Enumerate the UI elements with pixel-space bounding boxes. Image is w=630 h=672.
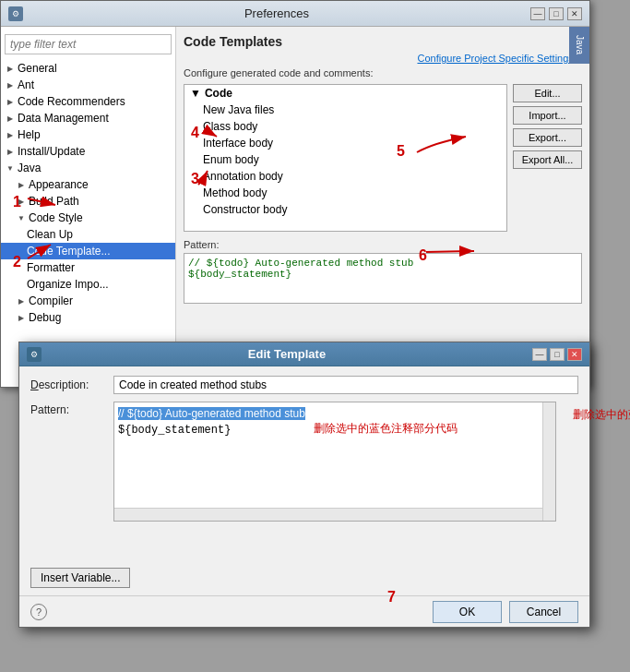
sidebar-item-java[interactable]: ▼ Java (1, 160, 175, 176)
help-button[interactable]: ? (30, 604, 47, 620)
sidebar-item-label: General (18, 62, 172, 75)
sidebar-item-code-recommenders[interactable]: ▶ Code Recommenders (1, 93, 175, 110)
sidebar-item-code-templates[interactable]: Code Template... (1, 243, 175, 259)
edit-dialog-footer: ? OK Cancel (19, 595, 589, 627)
sidebar-item-label: Build Path (29, 195, 172, 208)
expand-arrow: ▶ (16, 312, 27, 323)
expand-arrow: ▶ (16, 295, 27, 306)
sidebar-item-label: Data Management (18, 112, 172, 125)
expand-arrow: ▶ (16, 179, 27, 190)
pattern-row: Pattern: // ${todo} Auto-generated metho… (30, 402, 578, 522)
sidebar-item-help[interactable]: ▶ Help (1, 126, 175, 143)
close-button[interactable]: ✕ (567, 7, 582, 20)
selected-text: // ${todo} Auto-generated method stub (118, 407, 305, 420)
sidebar-item-debug[interactable]: ▶ Debug (1, 309, 175, 326)
preferences-body: ▶ General ▶ Ant ▶ Code Recommenders ▶ Da… (1, 27, 589, 387)
java-tab[interactable]: Java (569, 27, 589, 64)
expand-arrow: ▼ (16, 212, 27, 223)
code-tree[interactable]: ▼ Code New Java files Class body Interfa… (184, 84, 507, 232)
sidebar-item-label: Ant (18, 78, 172, 91)
sidebar-search-input[interactable] (5, 34, 172, 54)
configure-link[interactable]: Configure Project Specific Settings... (184, 53, 582, 64)
preferences-titlebar: ⚙ Preferences — □ ✕ (1, 1, 589, 27)
edit-dialog-icon: ⚙ (27, 347, 42, 362)
cancel-button[interactable]: Cancel (509, 601, 578, 623)
description-label: Description: (30, 378, 113, 391)
pattern-row-label: Pattern: (30, 402, 113, 416)
configure-desc: Configure generated code and comments: (184, 67, 582, 78)
code-tree-interface-body[interactable]: Interface body (184, 135, 506, 151)
sidebar-item-label: Code Style (29, 211, 172, 224)
sidebar-item-label: Code Recommenders (18, 95, 172, 108)
pattern-editor: // ${todo} Auto-generated method stub ${… (113, 402, 578, 522)
ok-button[interactable]: OK (433, 601, 502, 623)
edit-template-dialog: ⚙ Edit Template — □ ✕ Description: Patte… (18, 342, 590, 628)
code-tree-method-body[interactable]: Method body (184, 185, 506, 201)
code-tree-new-java[interactable]: New Java files (184, 102, 506, 118)
preferences-title: Preferences (23, 6, 530, 20)
window-controls: — □ ✕ (530, 7, 582, 20)
sidebar-item-appearance[interactable]: ▶ Appearance (1, 176, 175, 193)
sidebar-item-install-update[interactable]: ▶ Install/Update (1, 143, 175, 160)
expand-arrow: ▼ (5, 162, 16, 174)
sidebar-item-code-style[interactable]: ▼ Code Style (1, 210, 175, 226)
sidebar-item-formatter[interactable]: Formatter (1, 259, 175, 276)
content-title: Code Templates (184, 34, 582, 49)
expand-arrow: ▶ (5, 79, 16, 90)
sidebar-item-organize-imports[interactable]: Organize Impo... (1, 276, 175, 293)
edit-maximize-button[interactable]: □ (550, 348, 565, 361)
code-tree-annotation-body[interactable]: Annotation body (184, 168, 506, 185)
code-tree-enum-body[interactable]: Enum body (184, 151, 506, 168)
code-tree-constructor-body[interactable]: Constructor body (184, 201, 506, 218)
horizontal-scrollbar[interactable] (114, 508, 542, 521)
export-button[interactable]: Export... (513, 128, 582, 147)
export-all-button[interactable]: Export All... (513, 150, 582, 169)
edit-dialog-titlebar: ⚙ Edit Template — □ ✕ (19, 342, 589, 366)
sidebar-item-general[interactable]: ▶ General (1, 60, 175, 77)
preferences-icon: ⚙ (8, 6, 23, 21)
pattern-content: // ${todo} Auto-generated method stub ${… (114, 402, 555, 442)
minimize-button[interactable]: — (530, 7, 545, 20)
sidebar-item-build-path[interactable]: ▶ Build Path (1, 193, 175, 210)
sidebar-item-clean-up[interactable]: Clean Up (1, 226, 175, 243)
code-tree-class-body[interactable]: Class body (184, 118, 506, 135)
sidebar-item-label: Code Template... (27, 245, 172, 258)
edit-bottom-bar: Insert Variable... (19, 562, 589, 594)
pattern-display: // ${todo} Auto-generated method stub${b… (184, 253, 582, 304)
pattern-label: Pattern: (184, 239, 582, 250)
vertical-scrollbar[interactable] (542, 402, 555, 521)
sidebar-item-label: Formatter (27, 261, 172, 274)
maximize-button[interactable]: □ (549, 7, 564, 20)
sidebar-item-data-management[interactable]: ▶ Data Management (1, 110, 175, 126)
sidebar-item-label: Debug (29, 311, 172, 324)
code-tree-code-parent[interactable]: ▼ Code (184, 85, 506, 102)
edit-dialog-title: Edit Template (42, 347, 532, 361)
sidebar-item-label: Clean Up (27, 228, 172, 241)
description-input[interactable] (113, 376, 578, 394)
description-row: Description: (30, 376, 578, 394)
chinese-annotation: 删除选中的蓝色注释部分代码 (573, 407, 630, 423)
sidebar-item-label: Install/Update (18, 145, 172, 158)
expand-arrow: ▶ (5, 129, 16, 140)
code-tree-label: Code (205, 87, 232, 100)
preferences-content: Code Templates Configure Project Specifi… (176, 27, 589, 387)
edit-minimize-button[interactable]: — (532, 348, 547, 361)
expand-arrow: ▶ (5, 63, 16, 74)
edit-dialog-controls: — □ ✕ (532, 348, 582, 361)
preferences-sidebar: ▶ General ▶ Ant ▶ Code Recommenders ▶ Da… (1, 27, 176, 387)
preferences-window: ⚙ Preferences — □ ✕ ▶ General ▶ Ant ▶ Co… (0, 0, 590, 388)
edit-button[interactable]: Edit... (513, 84, 582, 102)
sidebar-item-compiler[interactable]: ▶ Compiler (1, 293, 175, 309)
expand-arrow: ▼ (190, 87, 201, 100)
sidebar-item-label: Organize Impo... (27, 278, 172, 291)
edit-close-button[interactable]: ✕ (567, 348, 582, 361)
expand-arrow: ▶ (5, 146, 16, 157)
sidebar-item-ant[interactable]: ▶ Ant (1, 77, 175, 93)
edit-dialog-body: Description: Pattern: // ${todo} Auto-ge… (19, 366, 589, 538)
expand-arrow: ▶ (5, 113, 16, 124)
code-tree-area: ▼ Code New Java files Class body Interfa… (184, 84, 582, 232)
import-button[interactable]: Import... (513, 106, 582, 125)
sidebar-item-label: Compiler (29, 294, 172, 307)
expand-arrow: ▶ (16, 196, 27, 207)
insert-variable-button[interactable]: Insert Variable... (30, 568, 130, 588)
